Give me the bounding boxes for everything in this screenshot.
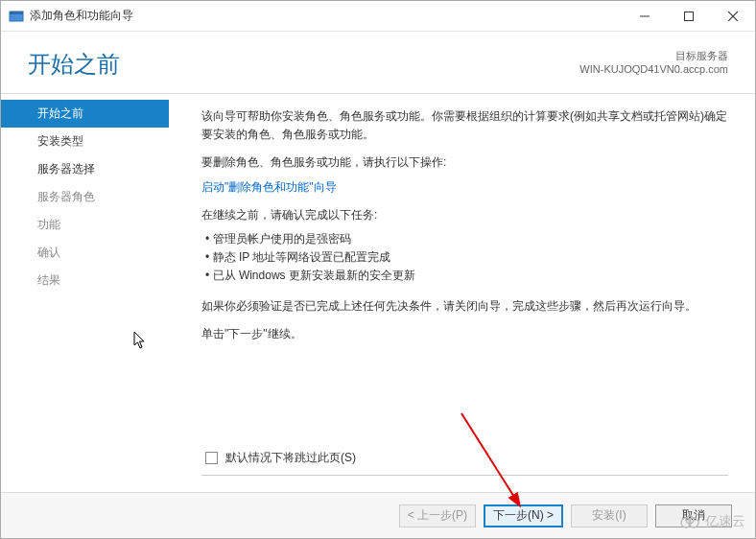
intro-text: 该向导可帮助你安装角色、角色服务或功能。你需要根据组织的计算要求(例如共享文档或… bbox=[201, 107, 728, 144]
content-pane: 该向导可帮助你安装角色、角色服务或功能。你需要根据组织的计算要求(例如共享文档或… bbox=[169, 94, 755, 492]
task-list: 管理员帐户使用的是强密码 静态 IP 地址等网络设置已配置完成 已从 Windo… bbox=[205, 230, 728, 286]
sidebar-item-label: 功能 bbox=[37, 218, 60, 231]
cancel-button[interactable]: 取消 bbox=[655, 504, 732, 527]
verify-text: 如果你必须验证是否已完成上述任何先决条件，请关闭向导，完成这些步骤，然后再次运行… bbox=[201, 297, 728, 316]
close-button[interactable] bbox=[711, 1, 755, 32]
remove-label: 要删除角色、角色服务或功能，请执行以下操作: bbox=[201, 153, 728, 172]
app-icon bbox=[9, 9, 24, 24]
skip-checkbox[interactable] bbox=[205, 452, 218, 464]
sidebar-item-results: 结果 bbox=[1, 267, 169, 294]
skip-checkbox-row[interactable]: 默认情况下将跳过此页(S) bbox=[205, 449, 728, 467]
body: 开始之前 安装类型 服务器选择 服务器角色 功能 确认 结果 该向导可帮助你安装… bbox=[1, 94, 755, 492]
target-server-info: 目标服务器 WIN-KUJOQD41VN0.accp.com bbox=[579, 49, 728, 75]
sidebar-item-label: 确认 bbox=[37, 246, 60, 259]
sidebar-item-confirmation: 确认 bbox=[1, 239, 169, 267]
task-item: 管理员帐户使用的是强密码 bbox=[205, 230, 728, 248]
window-title: 添加角色和功能向导 bbox=[30, 8, 133, 24]
sidebar-item-features: 功能 bbox=[1, 211, 169, 239]
svg-rect-1 bbox=[10, 12, 23, 14]
minimize-button[interactable] bbox=[623, 1, 667, 32]
confirm-label: 在继续之前，请确认完成以下任务: bbox=[201, 206, 728, 224]
maximize-button[interactable] bbox=[667, 1, 711, 32]
svg-rect-3 bbox=[685, 12, 694, 20]
task-item: 静态 IP 地址等网络设置已配置完成 bbox=[205, 248, 728, 267]
sidebar-item-label: 服务器选择 bbox=[37, 162, 95, 176]
task-item: 已从 Windows 更新安装最新的安全更新 bbox=[205, 267, 728, 285]
wizard-window: 添加角色和功能向导 开始之前 目标服务器 WIN-KUJOQD41VN0.acc… bbox=[0, 0, 756, 539]
skip-label: 默认情况下将跳过此页(S) bbox=[225, 449, 356, 467]
window-controls bbox=[623, 1, 755, 32]
sidebar-item-label: 开始之前 bbox=[37, 106, 83, 120]
remove-roles-link[interactable]: 启动"删除角色和功能"向导 bbox=[201, 178, 728, 197]
wizard-sidebar: 开始之前 安装类型 服务器选择 服务器角色 功能 确认 结果 bbox=[1, 94, 169, 492]
sidebar-item-label: 服务器角色 bbox=[37, 190, 95, 203]
footer: < 上一步(P) 下一步(N) > 安装(I) 取消 bbox=[1, 492, 755, 538]
install-button: 安装(I) bbox=[571, 504, 648, 527]
server-label: 目标服务器 bbox=[579, 49, 728, 63]
content-divider bbox=[201, 475, 728, 476]
header-area: 开始之前 目标服务器 WIN-KUJOQD41VN0.accp.com bbox=[1, 32, 755, 94]
previous-button: < 上一步(P) bbox=[399, 504, 476, 527]
titlebar: 添加角色和功能向导 bbox=[1, 1, 755, 32]
sidebar-item-before-you-begin[interactable]: 开始之前 bbox=[1, 100, 169, 128]
page-title: 开始之前 bbox=[28, 49, 120, 80]
continue-text: 单击"下一步"继续。 bbox=[201, 325, 728, 343]
next-button[interactable]: 下一步(N) > bbox=[484, 504, 563, 527]
sidebar-item-server-roles: 服务器角色 bbox=[1, 183, 169, 211]
sidebar-item-label: 安装类型 bbox=[37, 134, 83, 148]
sidebar-item-installation-type[interactable]: 安装类型 bbox=[1, 128, 169, 155]
server-name: WIN-KUJOQD41VN0.accp.com bbox=[579, 63, 728, 75]
sidebar-item-server-selection[interactable]: 服务器选择 bbox=[1, 155, 169, 183]
sidebar-item-label: 结果 bbox=[37, 273, 60, 287]
